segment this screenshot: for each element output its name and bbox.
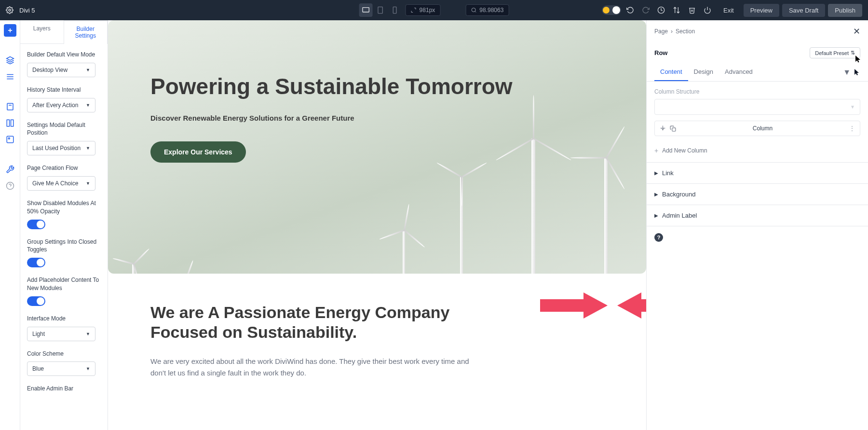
row-title: Row xyxy=(654,49,667,56)
content-section: We are A Passionate Energy Company Focus… xyxy=(108,274,646,379)
duplicate-icon[interactable] xyxy=(670,125,676,132)
setting-toggle[interactable] xyxy=(27,258,45,267)
tablet-icon[interactable] xyxy=(374,3,387,17)
exit-button[interactable]: Exit xyxy=(717,4,741,17)
right-panel: Page › Section ✕ Row Default Preset⇅ Con… xyxy=(646,20,868,430)
help-icon[interactable]: ? xyxy=(654,233,663,242)
setting-select[interactable]: Give Me A Choice▼ xyxy=(27,176,95,191)
cursor-icon[interactable] xyxy=(854,69,860,76)
svg-rect-18 xyxy=(7,120,9,126)
setting-toggle[interactable] xyxy=(27,220,45,229)
chevron-down-icon[interactable]: ▼ xyxy=(843,68,851,77)
add-button[interactable] xyxy=(4,24,16,37)
setting-label: History State Interval xyxy=(27,86,101,94)
list-icon[interactable] xyxy=(4,70,16,83)
setting-select[interactable]: After Every Action▼ xyxy=(27,98,95,112)
arrow-right-icon xyxy=(540,292,608,319)
section-title: We are A Passionate Energy Company Focus… xyxy=(150,303,478,342)
setting-select[interactable]: Desktop View▼ xyxy=(27,63,95,77)
zoom-value: 98.98063 xyxy=(479,7,503,14)
chevron-right-icon: › xyxy=(671,28,673,35)
svg-rect-20 xyxy=(7,136,14,143)
cta-button[interactable]: Explore Our Services xyxy=(150,141,246,163)
chevron-down-icon: ▼ xyxy=(850,104,855,110)
breadcrumb-section[interactable]: Section xyxy=(676,28,695,35)
svg-point-0 xyxy=(9,9,11,11)
hero-section: Powering a Sustainable Tomorrow Discover… xyxy=(108,20,646,274)
svg-rect-25 xyxy=(672,127,676,131)
column-item[interactable]: Column ⋮ xyxy=(654,121,860,136)
tools-icon[interactable] xyxy=(4,163,16,176)
breadcrumb-page[interactable]: Page xyxy=(654,28,668,35)
redo-icon[interactable] xyxy=(639,4,652,16)
templates-icon[interactable] xyxy=(4,117,16,129)
setting-label: Add Placeholder Content To New Modules xyxy=(27,276,101,292)
history-icon[interactable] xyxy=(655,4,667,16)
arrow-left-icon xyxy=(617,292,646,319)
svg-point-21 xyxy=(8,138,10,139)
setting-select[interactable]: Light▼ xyxy=(27,327,95,341)
setting-label: Color Scheme xyxy=(27,350,101,358)
hero-subtitle: Discover Renewable Energy Solutions for … xyxy=(150,114,646,122)
page-icon[interactable] xyxy=(4,100,16,113)
setting-label: Page Creation Flow xyxy=(27,164,101,172)
tab-content[interactable]: Content xyxy=(654,63,688,81)
left-panel: Layers Builder Settings Builder Default … xyxy=(20,20,108,430)
tab-builder-settings[interactable]: Builder Settings xyxy=(64,20,108,44)
setting-label: Interface Mode xyxy=(27,315,101,323)
preview-button[interactable]: Preview xyxy=(744,4,779,17)
svg-marker-12 xyxy=(6,57,14,61)
column-label: Column xyxy=(680,125,845,132)
accordion-admin-label[interactable]: ▶Admin Label xyxy=(647,205,868,226)
plus-icon: + xyxy=(654,147,658,154)
svg-rect-19 xyxy=(11,120,13,126)
svg-rect-3 xyxy=(393,7,396,13)
preset-icon: ⇅ xyxy=(851,50,855,56)
sort-icon[interactable] xyxy=(670,4,683,16)
preset-button[interactable]: Default Preset⇅ xyxy=(810,47,860,58)
expand-icon xyxy=(411,7,417,13)
daynight-toggle[interactable] xyxy=(602,5,621,15)
viewport-width-value: 981px xyxy=(420,7,435,14)
viewport-width-input[interactable]: 981px xyxy=(406,4,441,16)
setting-label: Enable Admin Bar xyxy=(27,385,101,393)
icon-rail xyxy=(0,20,20,430)
layers-icon[interactable] xyxy=(4,54,16,67)
undo-icon[interactable] xyxy=(624,4,637,16)
accordion-background[interactable]: ▶Background xyxy=(647,184,868,205)
svg-rect-16 xyxy=(7,103,13,110)
svg-line-5 xyxy=(475,11,476,12)
setting-select[interactable]: Last Used Position▼ xyxy=(27,141,95,155)
search-icon xyxy=(471,7,476,13)
library-icon[interactable] xyxy=(4,133,16,146)
annotation-arrows xyxy=(540,292,646,319)
save-draft-button[interactable]: Save Draft xyxy=(782,4,825,17)
zoom-input[interactable]: 98.98063 xyxy=(465,4,509,16)
canvas: Powering a Sustainable Tomorrow Discover… xyxy=(108,20,646,430)
accordion-link[interactable]: ▶Link xyxy=(647,163,868,184)
column-structure-selector[interactable]: ▼ xyxy=(654,99,860,115)
svg-point-4 xyxy=(472,8,475,12)
setting-label: Group Settings Into Closed Toggles xyxy=(27,238,101,254)
mobile-icon[interactable] xyxy=(388,3,402,17)
tab-layers[interactable]: Layers xyxy=(20,20,64,43)
power-icon[interactable] xyxy=(701,4,714,16)
trash-icon[interactable] xyxy=(686,4,698,16)
setting-label: Settings Modal Default Position xyxy=(27,121,101,138)
column-structure-label: Column Structure xyxy=(647,82,868,99)
more-icon[interactable]: ⋮ xyxy=(849,125,855,132)
close-icon[interactable]: ✕ xyxy=(853,26,860,37)
hero-title: Powering a Sustainable Tomorrow xyxy=(150,73,646,99)
help-icon[interactable] xyxy=(4,180,16,192)
add-column-button[interactable]: + Add New Column xyxy=(647,142,868,163)
tab-advanced[interactable]: Advanced xyxy=(719,63,759,81)
app-name: Divi 5 xyxy=(19,7,35,14)
section-body: We are very excited about all the work D… xyxy=(150,356,478,379)
gear-icon[interactable] xyxy=(660,125,666,132)
setting-toggle[interactable] xyxy=(27,296,45,306)
publish-button[interactable]: Publish xyxy=(828,4,862,17)
gear-icon[interactable] xyxy=(6,6,14,14)
desktop-icon[interactable] xyxy=(359,3,373,17)
setting-select[interactable]: Blue▼ xyxy=(27,361,95,376)
tab-design[interactable]: Design xyxy=(688,63,719,81)
